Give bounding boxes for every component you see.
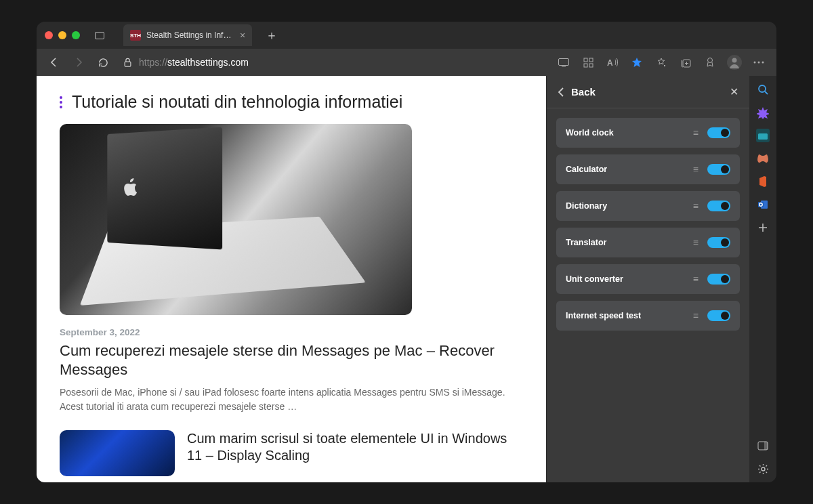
address-bar[interactable]: https://stealthsettings.com: [118, 57, 549, 68]
toggle-switch[interactable]: [707, 201, 730, 211]
browser-tab[interactable]: STH Stealth Settings in Information ×: [123, 24, 252, 46]
panel-tool-list: World clock≡ Calculator≡ Dictionary≡ Tra…: [547, 108, 749, 340]
svg-rect-16: [758, 133, 768, 140]
svg-rect-6: [589, 64, 593, 67]
svg-rect-0: [125, 62, 131, 66]
tool-label: Unit converter: [566, 274, 686, 284]
drag-handle-icon[interactable]: ≡: [693, 164, 696, 175]
edge-sidebar-rail: [749, 76, 776, 482]
lock-icon: [123, 58, 132, 67]
tool-label: Internet speed test: [566, 311, 686, 320]
tool-unit-converter[interactable]: Unit converter≡: [556, 264, 740, 294]
tool-label: Dictionary: [566, 201, 686, 211]
search-icon[interactable]: [756, 83, 770, 96]
add-tool-button[interactable]: [756, 221, 770, 234]
svg-point-14: [762, 62, 764, 64]
svg-point-13: [758, 62, 760, 64]
panel-header: Back ✕: [547, 76, 749, 108]
article-row: Cum marim scrisul si toate elementele UI…: [60, 430, 523, 476]
sidebar-panel: Back ✕ World clock≡ Calculator≡ Dictiona…: [546, 76, 749, 482]
toggle-switch[interactable]: [707, 164, 730, 175]
toggle-switch[interactable]: [707, 127, 730, 138]
collections-icon[interactable]: [676, 53, 695, 72]
tool-translator[interactable]: Translator≡: [556, 228, 740, 257]
title-bar: STH Stealth Settings in Information × ＋: [37, 22, 776, 49]
svg-text:A: A: [607, 58, 613, 67]
tab-close-button[interactable]: ×: [240, 30, 245, 41]
article-thumbnail[interactable]: [60, 430, 175, 476]
sidebar-collapse-icon[interactable]: [756, 439, 770, 453]
svg-point-22: [762, 467, 765, 471]
article-hero-image[interactable]: [60, 124, 412, 315]
tool-speed-test[interactable]: Internet speed test≡: [556, 301, 740, 331]
browser-window: STH Stealth Settings in Information × ＋ …: [37, 22, 776, 482]
office-icon[interactable]: [756, 175, 770, 188]
window-close-button[interactable]: [45, 31, 53, 39]
qr-icon[interactable]: [579, 53, 598, 72]
back-label[interactable]: Back: [571, 86, 723, 98]
svg-point-15: [759, 85, 766, 92]
tab-title: Stealth Settings in Information: [146, 30, 234, 40]
tab-overview-icon[interactable]: [95, 32, 104, 39]
refresh-button[interactable]: [93, 53, 112, 72]
tools-icon[interactable]: [756, 129, 770, 142]
drag-handle-icon[interactable]: ≡: [693, 201, 696, 211]
toggle-switch[interactable]: [707, 274, 730, 285]
rewards-icon[interactable]: [701, 53, 720, 72]
page-title: Tutoriale si noutati din tehnologia info…: [72, 92, 402, 112]
outlook-icon[interactable]: [756, 198, 770, 211]
new-tab-button[interactable]: ＋: [266, 27, 278, 43]
svg-point-11: [732, 58, 737, 63]
menu-dots-icon[interactable]: [60, 96, 62, 108]
svg-rect-1: [559, 58, 569, 65]
article-excerpt: Posesorii de Mac, iPhone si / sau iPad f…: [60, 385, 523, 414]
drag-handle-icon[interactable]: ≡: [693, 310, 696, 321]
favorite-star-icon[interactable]: [627, 53, 646, 72]
profile-avatar[interactable]: [725, 53, 744, 72]
drag-handle-icon[interactable]: ≡: [693, 274, 696, 285]
url-scheme: https://: [139, 57, 167, 68]
svg-rect-4: [589, 58, 593, 62]
back-button[interactable]: [45, 53, 64, 72]
url-domain: stealthsettings.com: [167, 57, 249, 68]
svg-rect-3: [584, 58, 587, 62]
svg-rect-2: [562, 66, 566, 66]
forward-button[interactable]: [69, 53, 88, 72]
window-maximize-button[interactable]: [72, 31, 80, 39]
read-aloud-icon[interactable]: A: [603, 53, 622, 72]
tool-label: Calculator: [566, 165, 686, 174]
tool-label: Translator: [566, 238, 686, 247]
article-title[interactable]: Cum marim scrisul si toate elementele UI…: [187, 430, 523, 476]
page-heading-row: Tutoriale si noutati din tehnologia info…: [60, 92, 523, 112]
tab-favicon: STH: [130, 30, 141, 41]
article-title[interactable]: Cum recuperezi mesajele sterse din Messa…: [60, 341, 523, 379]
games-icon[interactable]: [756, 152, 770, 165]
article-date: September 3, 2022: [60, 327, 523, 337]
svg-point-12: [754, 62, 756, 64]
svg-rect-21: [764, 442, 768, 450]
discover-icon[interactable]: [756, 106, 770, 119]
favorites-list-icon[interactable]: [652, 53, 671, 72]
settings-icon[interactable]: [756, 462, 770, 476]
chevron-left-icon[interactable]: [558, 87, 564, 97]
tool-world-clock[interactable]: World clock≡: [556, 118, 740, 148]
close-panel-button[interactable]: ✕: [730, 85, 738, 98]
drag-handle-icon[interactable]: ≡: [693, 237, 696, 248]
web-page: Tutoriale si noutati din tehnologia info…: [37, 76, 546, 482]
toggle-switch[interactable]: [707, 237, 730, 248]
window-controls: [45, 31, 80, 39]
svg-point-9: [708, 58, 713, 63]
more-menu-icon[interactable]: [749, 53, 768, 72]
tool-dictionary[interactable]: Dictionary≡: [556, 191, 740, 221]
tool-label: World clock: [566, 128, 686, 138]
apple-logo-icon: [124, 178, 139, 196]
browser-toolbar: https://stealthsettings.com A: [37, 49, 776, 76]
tool-calculator[interactable]: Calculator≡: [556, 154, 740, 184]
content-area: Tutoriale si noutati din tehnologia info…: [37, 76, 776, 482]
screen-cast-icon[interactable]: [554, 53, 573, 72]
toggle-switch[interactable]: [707, 310, 730, 321]
drag-handle-icon[interactable]: ≡: [693, 127, 696, 138]
window-minimize-button[interactable]: [58, 31, 66, 39]
svg-rect-5: [584, 64, 587, 67]
